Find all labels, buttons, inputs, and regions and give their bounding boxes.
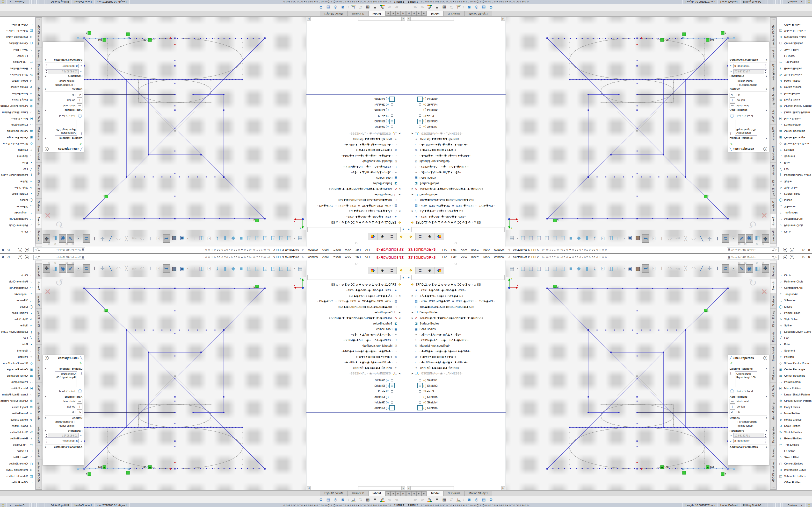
sketch-point[interactable] <box>182 427 183 428</box>
toolbar-icon-22[interactable]: ↝ <box>674 264 681 273</box>
sketch-point[interactable] <box>677 427 678 428</box>
tree-item-19[interactable]: ◻Sketch3 <box>406 113 506 119</box>
sketch-point[interactable] <box>617 427 618 428</box>
tab-nav-0[interactable]: ◀ <box>406 491 411 496</box>
sketch-point[interactable] <box>667 330 668 331</box>
sketch-point[interactable] <box>658 468 659 469</box>
sketch-point[interactable] <box>636 427 637 428</box>
command-tab-surfaces[interactable]: Surfaces <box>36 199 42 214</box>
toolbar-icon-16[interactable]: ▣ <box>179 264 186 273</box>
sketch-point[interactable] <box>683 427 684 428</box>
palette-item-line[interactable]: ╱Line <box>0 166 35 172</box>
toolbar-icon-5[interactable]: ◲ <box>543 264 551 273</box>
toolbar-icon-4[interactable]: ◰ <box>535 234 543 243</box>
sketch-point[interactable] <box>648 80 649 81</box>
sketch-point[interactable] <box>163 426 164 427</box>
section-additional-parameters[interactable]: Additional Parameters <box>729 445 758 448</box>
sketch-point[interactable] <box>130 74 130 74</box>
sketch-point[interactable] <box>599 468 600 469</box>
tree-item-20[interactable]: ◻(-) Sketch5 <box>306 107 406 113</box>
sketch-point[interactable] <box>666 409 667 409</box>
sketch-point[interactable] <box>648 427 649 428</box>
palette-item-style-spline[interactable]: ∿Style Spline <box>777 316 812 322</box>
sketch-point[interactable] <box>163 79 164 80</box>
tree-item-2[interactable]: ▶◴○人♟◉✚ƨS◦♀○◉○♀◦Sƨ✚◉♟人○ <box>306 293 406 298</box>
sketch-point[interactable] <box>571 63 572 63</box>
relation-button-icon[interactable]: ❘ <box>77 404 83 409</box>
palette-item-spline[interactable]: ∿Spline <box>777 178 812 185</box>
display-icon-11[interactable]: ⚙ <box>488 497 495 502</box>
palette-item-3-point-center-recta-[interactable]: ◇3 Point Center Recta... <box>0 141 35 147</box>
filter-funnel-icon[interactable]: ▼ <box>407 228 410 231</box>
sketch-point[interactable] <box>671 102 672 103</box>
tree-expand-icon[interactable]: ▶ <box>398 317 401 319</box>
palette-item-segment[interactable]: ∷Segment <box>777 347 812 354</box>
palette-item-3-point-center-recta-[interactable]: ◇3 Point Center Recta... <box>0 360 35 366</box>
relation-tag-glyph[interactable]: = <box>149 39 151 41</box>
sketch-point[interactable] <box>194 102 195 103</box>
command-tab-data-migration[interactable]: Data Migration <box>36 423 42 445</box>
tree-item-18[interactable]: ⊞(-) Sketch2 <box>406 119 506 124</box>
tab-motion-study-1[interactable]: Motion Study 1 <box>320 11 348 16</box>
toolbar-icon-1[interactable]: ▾ <box>293 234 296 243</box>
toolbar-icon-9[interactable]: ◆ <box>575 264 582 273</box>
relation-tag-glyph[interactable]: = <box>661 39 663 41</box>
sketch-point[interactable] <box>240 54 241 55</box>
sketch-point[interactable] <box>108 75 108 76</box>
sketch-point[interactable] <box>242 59 243 59</box>
command-tab-mold-tools[interactable]: Mold Tools <box>36 382 42 400</box>
sketch-point[interactable] <box>108 59 108 59</box>
sketch-point[interactable] <box>570 433 570 433</box>
command-tab-data-migration[interactable]: Data Migration <box>770 423 776 445</box>
display-icon-10[interactable]: ▤ <box>324 5 332 10</box>
command-tab-evaluate[interactable]: Evaluate <box>36 163 42 178</box>
sketch-point[interactable] <box>657 39 658 40</box>
sketch-point[interactable] <box>699 79 700 80</box>
sketch-point[interactable] <box>570 454 570 454</box>
relation-entry[interactable]: Equal length109 <box>737 376 756 379</box>
sketch-point[interactable] <box>177 38 178 39</box>
sketch-point[interactable] <box>712 288 713 289</box>
sketch-point[interactable] <box>604 79 605 80</box>
command-tab-mold-tools[interactable]: Mold Tools <box>770 382 776 400</box>
sketch-point[interactable] <box>139 91 139 92</box>
sketch-point[interactable] <box>646 468 647 469</box>
sketch-point[interactable] <box>698 456 699 457</box>
sketch-point[interactable] <box>236 50 237 51</box>
command-tab-sketch[interactable]: Sketch <box>36 214 42 228</box>
tree-item-10[interactable]: Σ○ƧSͶN◉◦✚Λ∪Ξ○◉○Ξ∪Λ✚◦◉NͶSƧ○ <box>306 337 406 343</box>
sketch-point[interactable] <box>598 427 599 428</box>
sketch-point[interactable] <box>229 46 230 47</box>
toolbar-icon-21[interactable]: ◠ <box>666 264 673 273</box>
toolbar-icon-10[interactable]: ▮ <box>221 264 229 273</box>
toolbar-icon-29[interactable]: ⊡ <box>730 234 737 243</box>
sketch-point[interactable] <box>159 79 160 80</box>
sketch-point[interactable] <box>172 427 173 428</box>
relation-tag-number[interactable]: 3 <box>254 285 255 288</box>
sketch-point[interactable] <box>664 427 665 428</box>
relation-tag-glyph[interactable]: ⊥ <box>705 195 707 198</box>
palette-item-convert-entities[interactable]: ▢Convert Entities <box>777 460 812 467</box>
display-icon-9[interactable]: ◷ <box>473 5 480 10</box>
sketch-point[interactable] <box>619 406 619 406</box>
relation-tag-number[interactable]: 3 <box>86 31 87 34</box>
toolbar-icon-1[interactable]: ▾ <box>516 264 519 273</box>
sketch-point[interactable] <box>680 427 681 428</box>
sketch-point[interactable] <box>641 330 642 331</box>
tree-horizontal-scrollbar[interactable]: ◀ ▶ <box>407 17 505 21</box>
toolbar-icon-18[interactable]: ↩ <box>163 234 170 243</box>
sketch-point[interactable] <box>592 74 592 74</box>
sketch-point[interactable] <box>637 333 638 334</box>
tree-expand-icon[interactable]: ▶ <box>411 193 414 196</box>
palette-item-tangent-arc[interactable]: ◜Tangent Arc <box>0 291 35 297</box>
tab-3d-views[interactable]: 3D Views <box>444 491 464 496</box>
sketch-point[interactable] <box>637 83 638 84</box>
sketch-point[interactable] <box>633 79 633 80</box>
sketch-point[interactable] <box>242 42 243 43</box>
sketch-point[interactable] <box>697 218 698 219</box>
featuremanager-tab-3[interactable] <box>368 267 377 274</box>
sketch-point[interactable] <box>159 218 160 219</box>
sketch-point[interactable] <box>676 176 677 177</box>
command-tab-markup[interactable]: Markup <box>770 445 776 459</box>
option-checkbox-for-construction[interactable]: For construction <box>733 420 767 423</box>
